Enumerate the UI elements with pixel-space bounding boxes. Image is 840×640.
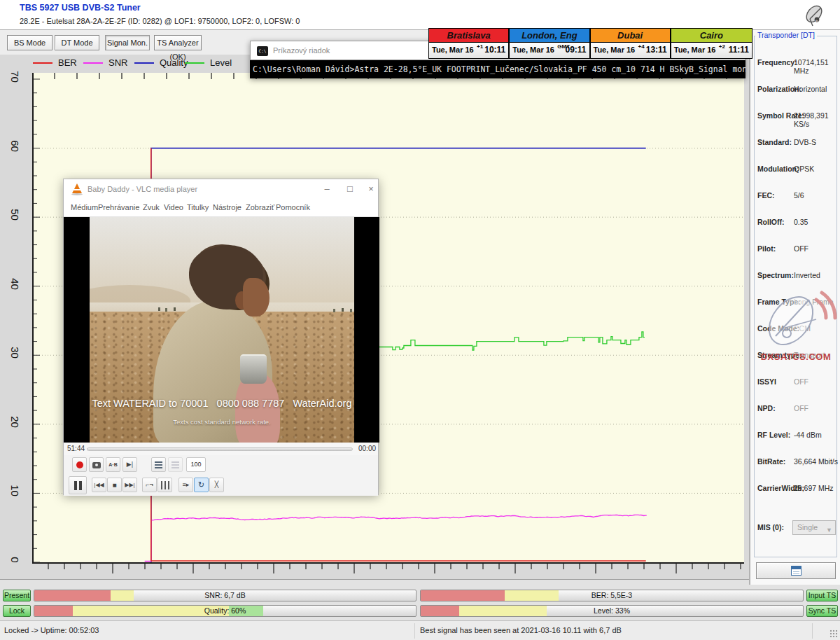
menu-item-tools[interactable]: Nástroje xyxy=(213,203,241,211)
clock-date: Tue, Mar 16 xyxy=(594,46,636,54)
clock-london: London, Eng Tue, Mar 16 GMT 09:11 xyxy=(510,29,590,58)
panel-bottom-button[interactable] xyxy=(756,562,836,579)
vlc-titlebar[interactable]: Baby Daddy - VLC media player – □ × xyxy=(64,179,378,199)
extended-settings-button[interactable]: ≡▸ xyxy=(178,478,193,492)
tp-value: Long Frame xyxy=(794,298,834,306)
legend-label-ber: BER xyxy=(58,57,77,69)
tp-value: OFF xyxy=(794,404,808,412)
clock-time: 10:11 xyxy=(484,45,505,55)
clock-city-label: Dubai xyxy=(591,29,670,43)
tp-label: RollOff: xyxy=(757,218,785,226)
best-signal-status: Best signal has been seen at 2021-03-16 … xyxy=(420,626,622,634)
tp-value: 0.35 xyxy=(794,218,808,226)
menu-item-subtitles[interactable]: Titulky xyxy=(187,203,209,211)
loop-button[interactable]: ↻ xyxy=(194,478,209,492)
y-axis-label: 50 xyxy=(6,209,24,225)
minimize-button[interactable]: – xyxy=(319,182,335,196)
lock-uptime-status: Locked -> Uptime: 00:52:03 xyxy=(4,626,99,634)
video-overlay-text: Text WATERAID to 70001 0800 088 7787 Wat… xyxy=(90,398,354,409)
tp-label: Pilot: xyxy=(757,244,776,253)
tp-value: Transport xyxy=(794,351,825,359)
vlc-controls: A·B ▶| 100 ▲▼ |◀◀ ■ ▶▶| ⌐¬ ≡▸ ↻ ╳ 32% xyxy=(64,455,378,496)
menu-item-medium[interactable]: Médium xyxy=(71,203,98,211)
statusbar-divider xyxy=(414,623,415,639)
equalizer-button[interactable] xyxy=(158,478,172,492)
clock-city-label: London, Eng xyxy=(510,29,589,43)
sync-ts-indicator[interactable]: Sync TS xyxy=(806,605,838,617)
lock-indicator[interactable]: Lock xyxy=(3,605,31,617)
y-axis-label: 10 xyxy=(6,485,24,501)
list-icon xyxy=(791,566,802,576)
speed-spinner[interactable]: 100 xyxy=(186,457,206,472)
transponder-panel: Transponder [DT] Frequency:10714,151 MHz… xyxy=(749,30,840,585)
vlc-video-area[interactable]: Text WATERAID to 70001 0800 088 7787 Wat… xyxy=(64,217,379,443)
tp-value: DVB-S xyxy=(794,138,816,146)
menu-item-playback[interactable]: Prehrávanie xyxy=(98,203,139,211)
playlist-alt-button-disabled xyxy=(168,457,183,472)
snapshot-button[interactable] xyxy=(89,457,104,472)
svg-text:dx: dx xyxy=(816,19,818,22)
legend-label-level: Level xyxy=(210,57,232,69)
pause-button[interactable] xyxy=(69,476,87,494)
video-overlay-subtext: Texts cost standard network rate. xyxy=(90,418,354,426)
maximize-button[interactable]: □ xyxy=(342,182,358,196)
y-axis-label: 0 xyxy=(6,554,24,571)
tp-label: NPD: xyxy=(757,404,776,412)
playlist-button[interactable] xyxy=(151,457,166,472)
close-button[interactable]: × xyxy=(363,182,379,196)
y-axis-label: 30 xyxy=(6,347,24,363)
video-frame: Text WATERAID to 70001 0800 088 7787 Wat… xyxy=(90,217,354,443)
transponder-group-title: Transponder [DT] xyxy=(755,31,817,39)
stop-button[interactable]: ■ xyxy=(107,478,122,492)
command-prompt-body[interactable]: C:\Users\Roman Dávid>Astra 2E-28,5°E_UK … xyxy=(250,60,746,78)
legend-dash-level xyxy=(185,62,204,64)
y-axis-label: 70 xyxy=(6,71,24,88)
legend-label-snr: SNR xyxy=(108,57,127,69)
tp-label: Spectrum: xyxy=(757,271,794,279)
vlc-cone-icon xyxy=(71,183,83,195)
clock-utc-offset: +1 xyxy=(477,43,483,50)
clock-cairo: Cairo Tue, Mar 16 +2 11:11 xyxy=(671,29,752,58)
seek-slider[interactable] xyxy=(87,447,353,451)
tp-label: Standard: xyxy=(757,138,792,146)
fullscreen-button[interactable]: ⌐¬ xyxy=(142,478,157,492)
tp-value: 5/6 xyxy=(794,191,804,200)
statusbar-divider xyxy=(812,623,813,639)
tab-dt-mode[interactable]: DT Mode xyxy=(55,35,99,50)
level-meter-label: Level: 33% xyxy=(421,606,803,615)
snr-meter-label: SNR: 6,7 dB xyxy=(34,591,416,599)
ab-loop-button[interactable]: A·B xyxy=(106,457,120,472)
window-resize-grip[interactable] xyxy=(830,629,838,638)
mis-selected-value: Single xyxy=(797,523,818,531)
tp-value: OFF xyxy=(794,244,808,253)
input-ts-indicator[interactable]: Input TS xyxy=(806,590,838,601)
vlc-window[interactable]: Baby Daddy - VLC media player – □ × Médi… xyxy=(63,179,379,495)
ber-meter: BER: 5,5E-3 xyxy=(420,590,804,601)
frame-by-frame-button[interactable]: ▶| xyxy=(122,457,137,472)
snr-meter: SNR: 6,7 dB xyxy=(34,590,416,601)
y-axis-label: 20 xyxy=(6,416,24,433)
clock-bratislava: Bratislava Tue, Mar 16 +1 10:11 xyxy=(429,29,510,58)
legend-dash-quality xyxy=(134,62,154,64)
menu-item-audio[interactable]: Zvuk xyxy=(143,203,160,211)
previous-button[interactable]: |◀◀ xyxy=(92,478,106,492)
clock-time: 13:11 xyxy=(646,45,667,55)
tab-ts-analyzer[interactable]: TS Analyzer (OK) xyxy=(154,35,202,50)
menu-item-view[interactable]: Zobraziť xyxy=(246,203,274,211)
menu-item-video[interactable]: Video xyxy=(164,203,183,211)
tp-value: 10714,151 MHz xyxy=(794,58,840,75)
present-indicator[interactable]: Present xyxy=(3,590,31,601)
record-button[interactable] xyxy=(72,457,87,472)
tab-bs-mode[interactable]: BS Mode xyxy=(7,35,52,50)
shuffle-button[interactable]: ╳ xyxy=(209,478,224,492)
tab-signal-mon[interactable]: Signal Mon. xyxy=(105,35,150,50)
level-meter: Level: 33% xyxy=(420,605,804,617)
menu-item-help[interactable]: Pomocník xyxy=(276,203,310,211)
vlc-seek-row: 51:44 00:00 xyxy=(64,443,378,455)
mis-select[interactable]: Single ▼ xyxy=(792,520,836,535)
tp-value: Horizontal xyxy=(794,85,827,93)
cmd-icon: C:\ xyxy=(257,46,268,56)
elapsed-time: 51:44 xyxy=(67,445,85,452)
next-button[interactable]: ▶▶| xyxy=(122,478,137,492)
clock-time: 11:11 xyxy=(729,45,749,55)
